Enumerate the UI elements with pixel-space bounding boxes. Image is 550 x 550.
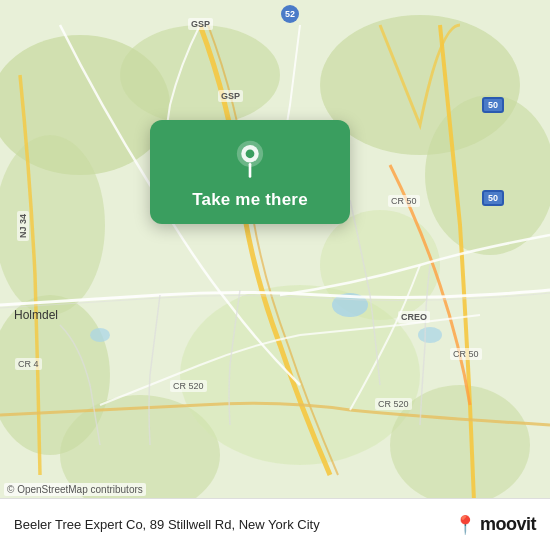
cr520-label-right: CR 520	[375, 398, 412, 410]
svg-point-12	[90, 328, 110, 342]
moovit-brand-text: moovit	[480, 514, 536, 535]
creo-label: CREO	[398, 311, 430, 323]
attribution-text: © OpenStreetMap contributors	[4, 483, 146, 496]
svg-point-16	[246, 149, 255, 158]
svg-point-1	[120, 25, 280, 125]
route-shield-50b: 50	[482, 190, 504, 206]
map-svg	[0, 0, 550, 550]
svg-point-4	[0, 135, 105, 315]
map-container[interactable]: 52 50 50 GSP GSP NJ 34 CR 50 CR 50 CR 52…	[0, 0, 550, 550]
route-shield-52: 52	[281, 5, 299, 23]
address-text: Beeler Tree Expert Co, 89 Stillwell Rd, …	[14, 517, 454, 532]
gsp-label-mid: GSP	[218, 90, 243, 102]
location-pin-icon	[229, 138, 271, 180]
moovit-logo: 📍 moovit	[454, 514, 536, 536]
cr50-label: CR 50	[388, 195, 420, 207]
holmdel-label: Holmdel	[14, 308, 58, 322]
cr4-label: CR 4	[15, 358, 42, 370]
take-me-there-button[interactable]: Take me there	[192, 190, 308, 210]
svg-point-11	[418, 327, 442, 343]
gsp-label-top: GSP	[188, 18, 213, 30]
moovit-pin-icon: 📍	[454, 514, 476, 536]
route-shield-50a: 50	[482, 97, 504, 113]
nj34-label: NJ 34	[17, 211, 29, 241]
popup-card[interactable]: Take me there	[150, 120, 350, 224]
cr50-label-lower: CR 50	[450, 348, 482, 360]
cr520-label-left: CR 520	[170, 380, 207, 392]
bottom-bar: Beeler Tree Expert Co, 89 Stillwell Rd, …	[0, 498, 550, 550]
svg-point-3	[425, 95, 550, 255]
